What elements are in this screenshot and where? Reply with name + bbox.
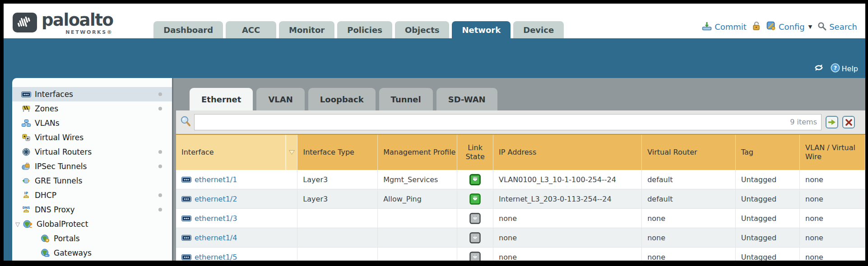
ethernet-interface-icon [181,216,191,221]
cell-management-profile: Mgmt_Services [378,170,457,189]
main-content: Ethernet VLAN Loopback Tunnel SD-WAN 9 i… [173,78,865,261]
portals-icon [40,234,50,243]
column-header-interface-type[interactable]: Interface Type [297,135,378,170]
page-body: Interfaces Zones VLANs Virtual Wires Vir… [4,78,865,261]
cell-tag: Untagged [736,189,800,209]
sidebar-item-globalprotect[interactable]: ▽ GlobalProtect [12,217,172,231]
cell-ip-address: Internet_L3_203-0-113-254--24 [493,189,642,209]
clear-filter-button[interactable] [842,116,855,128]
screenshot-frame: paloalto NETWORKS® Dashboard ACC Monitor… [0,0,868,266]
cell-ip-address: none [493,248,642,261]
interface-link[interactable]: ethernet1/2 [195,195,237,203]
cell-interface-type [297,248,378,261]
status-dot [158,107,162,110]
interfaces-table: Interface Interface Type Management Prof… [176,134,865,261]
help-button[interactable]: ? Help [831,63,858,74]
paloalto-logo: paloalto NETWORKS® [4,4,113,38]
tab-policies[interactable]: Policies [337,21,392,38]
tab-loopback[interactable]: Loopback [308,88,376,110]
tab-monitor[interactable]: Monitor [279,21,334,38]
config-menu[interactable]: Config ▼ [766,21,812,32]
sidebar-item-dhcp[interactable]: IP DHCP [12,188,172,202]
ethernet-interface-icon [21,90,31,99]
tab-sdwan[interactable]: SD-WAN [436,88,497,110]
status-dot [158,92,162,96]
ethernet-interface-icon [181,254,191,260]
panos-app: paloalto NETWORKS® Dashboard ACC Monitor… [4,4,865,261]
tab-network[interactable]: Network [452,21,511,38]
column-header-ip-address[interactable]: IP Address [493,135,642,170]
cell-interface-type [297,209,378,228]
table-row[interactable]: ethernet1/4 none none Untagged none [176,228,865,248]
interface-type-tabs: Ethernet VLAN Loopback Tunnel SD-WAN [173,88,865,110]
sidebar-item-gateways[interactable]: Gateways [12,246,172,260]
tab-ethernet[interactable]: Ethernet [190,88,253,110]
lock-icon[interactable] [752,21,761,32]
link-state-up-icon [469,193,481,205]
sidebar-item-interfaces[interactable]: Interfaces [12,87,172,101]
status-dot [158,193,162,197]
column-header-tag[interactable]: Tag [736,135,800,170]
help-icon: ? [831,63,840,74]
sidebar-item-vlans[interactable]: VLANs [12,116,172,130]
tab-objects[interactable]: Objects [395,21,450,38]
tab-vlan[interactable]: VLAN [256,88,304,110]
status-dot [158,208,162,211]
sidebar-item-zones[interactable]: Zones [12,101,172,116]
interface-link[interactable]: ethernet1/1 [195,175,237,184]
tab-acc[interactable]: ACC [226,21,276,38]
cell-interface-type [297,228,378,248]
tab-device[interactable]: Device [513,21,564,38]
svg-text:IP: IP [24,191,28,195]
commit-button[interactable]: Commit [702,22,747,32]
table-row[interactable]: ethernet1/2 Layer3 Allow_Ping Internet_L… [176,189,865,209]
filter-input[interactable] [194,114,822,130]
sidebar-item-virtual-routers[interactable]: Virtual Routers [12,145,172,159]
sidebar-item-portals[interactable]: Portals [12,231,172,246]
header-actions: Commit Config ▼ Search [702,4,865,38]
tab-dashboard[interactable]: Dashboard [153,21,223,38]
interface-link[interactable]: ethernet1/4 [195,234,237,242]
brand-name: paloalto [42,12,113,28]
column-header-virtual-router[interactable]: Virtual Router [642,135,736,170]
virtual-routers-icon [21,147,31,156]
refresh-icon[interactable] [813,63,824,74]
cell-vlan-virtual-wire: none [800,209,865,228]
search-button[interactable]: Search [817,22,857,32]
chevron-down-icon: ▼ [808,24,812,30]
cell-interface-type: Layer3 [297,170,378,189]
dhcp-icon: IP [21,191,31,200]
sidebar-item-virtual-wires[interactable]: Virtual Wires [12,130,172,145]
cell-ip-address: none [493,209,642,228]
sidebar-item-gre-tunnels[interactable]: GRE Tunnels [12,174,172,188]
cell-virtual-router: none [642,228,736,248]
apply-filter-button[interactable] [826,116,838,128]
column-header-vlan-virtual-wire[interactable]: VLAN / Virtual Wire [800,135,865,170]
cell-interface-type: Layer3 [297,189,378,209]
expander-triangle-icon[interactable]: ▽ [15,221,23,228]
cell-vlan-virtual-wire: none [800,189,865,209]
cell-vlan-virtual-wire: none [800,228,865,248]
table-row[interactable]: ethernet1/1 Layer3 Mgmt_Services VLAN010… [176,170,865,189]
cell-ip-address: none [493,228,642,248]
cell-management-profile [378,209,457,228]
link-state-down-icon [469,252,481,261]
column-header-interface[interactable]: Interface [176,135,286,170]
cell-tag: Untagged [736,228,800,248]
sort-dropdown[interactable] [286,135,297,170]
table-row[interactable]: ethernet1/3 none none Untagged none [176,209,865,228]
interface-link[interactable]: ethernet1/3 [195,214,237,223]
interface-link[interactable]: ethernet1/5 [195,253,237,261]
tab-tunnel[interactable]: Tunnel [379,88,433,110]
status-dot [158,150,162,154]
sidebar-item-dns-proxy[interactable]: DNS DNS Proxy [12,202,172,217]
cell-ip-address: VLAN0100_L3_10-1-100-254--24 [493,170,642,189]
column-header-link-state[interactable]: Link State [457,135,493,170]
column-header-management-profile[interactable]: Management Profile [378,135,457,170]
table-row[interactable]: ethernet1/5 none none Untagged none [176,248,865,261]
cell-management-profile [378,248,457,261]
sidebar-item-ipsec-tunnels[interactable]: IPSec Tunnels [12,159,172,174]
main-nav-tabs: Dashboard ACC Monitor Policies Objects N… [153,4,566,38]
svg-text:?: ? [833,64,837,71]
link-state-down-icon [469,232,481,243]
